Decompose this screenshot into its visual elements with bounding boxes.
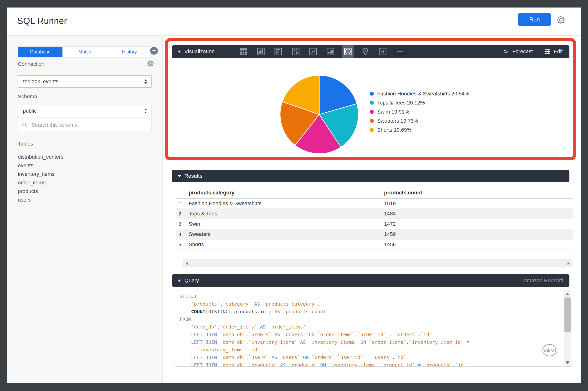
edit-label: Edit	[554, 48, 563, 55]
visualization-collapse[interactable]: Visualization	[172, 48, 215, 55]
scrollbar-thumb[interactable]	[564, 297, 571, 332]
sql-line-1: SELECT	[180, 293, 469, 300]
search-input[interactable]	[31, 122, 137, 128]
legend-label: Swim 19.91%	[377, 108, 409, 115]
dialect-label: Amazon Redshift	[523, 278, 563, 284]
table-item-inventory_items[interactable]: inventory_items	[18, 170, 151, 179]
table-item-users[interactable]: users	[18, 196, 151, 204]
line-chart-icon[interactable]	[307, 45, 319, 58]
visualization-panel: Visualization 6 Forecast	[172, 45, 569, 155]
bar-chart-icon[interactable]	[272, 45, 284, 58]
legend-label: Fashion Hoodies & Sweatshirts 20.54%	[377, 90, 469, 97]
select-updown-icon	[143, 108, 148, 114]
legend-dot-icon	[370, 101, 374, 105]
connection-select-value: thelook_events	[23, 79, 58, 85]
run-button[interactable]: Run	[518, 13, 551, 26]
sql-line-4: FROM	[180, 315, 469, 323]
single-value-icon[interactable]: 6	[377, 45, 388, 58]
more-icon[interactable]	[394, 46, 406, 57]
legend-item-5[interactable]: Shorts 19.69%	[370, 126, 470, 133]
sql-line-10: LEFT JOIN `demo_db`.`products` AS `produ…	[180, 361, 469, 367]
legend-label: Shorts 19.69%	[377, 126, 411, 133]
cell-category: Tops & Tees	[184, 209, 380, 219]
table-row-4[interactable]: 4Sweaters1459	[176, 229, 573, 240]
schema-search	[18, 119, 152, 131]
scatter-chart-icon[interactable]	[290, 45, 301, 58]
map-icon[interactable]	[360, 45, 371, 58]
sql-line-9: LEFT JOIN `demo_db`.`users` AS `users` O…	[180, 354, 469, 361]
cell-category: Shorts	[184, 240, 380, 250]
table-row-5[interactable]: 5Shorts1456	[176, 240, 573, 250]
svg-text:6: 6	[381, 49, 384, 55]
row-number: 3	[176, 219, 184, 229]
sql-code-panel[interactable]: SELECT `products`.`category` AS `product…	[175, 290, 572, 367]
table-item-distribution_centers[interactable]: distribution_centers	[18, 153, 151, 161]
column-header-count[interactable]: products.count	[380, 187, 573, 198]
connection-gear-icon[interactable]	[147, 60, 155, 68]
tab-model[interactable]: Model	[63, 47, 107, 57]
legend-dot-icon	[370, 119, 374, 123]
scroll-right-icon[interactable]	[568, 262, 570, 265]
vertical-scrollbar[interactable]	[564, 291, 571, 366]
cell-category: Fashion Hoodies & Sweatshirts	[184, 198, 380, 208]
sql-line-2: `products`.`category` AS `products.categ…	[180, 300, 469, 308]
visualization-header: Visualization 6 Forecast	[172, 45, 569, 58]
tables-label: Tables	[18, 141, 33, 147]
legend-dot-icon	[370, 128, 374, 132]
sql-line-6: LEFT JOIN `demo_db`.`orders` AS `orders`…	[180, 331, 469, 338]
query-header[interactable]: Query Amazon Redshift	[172, 274, 569, 287]
column-chart-icon[interactable]	[255, 45, 266, 58]
table-row-3[interactable]: 3Swim1472	[176, 219, 573, 229]
legend-item-1[interactable]: Fashion Hoodies & Sweatshirts 20.54%	[370, 90, 470, 97]
sidebar-tabs: DatabaseModelHistory	[18, 47, 152, 57]
cell-count: 1456	[380, 240, 573, 250]
table-icon[interactable]	[238, 45, 249, 58]
cell-count: 1472	[380, 219, 573, 229]
pie-chart-area: Fashion Hoodies & Sweatshirts 20.54%Tops…	[172, 58, 569, 155]
cell-count: 1459	[380, 229, 573, 239]
horizontal-scrollbar[interactable]	[183, 259, 572, 267]
tab-history[interactable]: History	[107, 47, 151, 57]
area-chart-icon[interactable]	[325, 45, 336, 58]
schema-label: Schema	[18, 94, 37, 100]
settings-gear-icon[interactable]	[556, 14, 566, 25]
legend-item-2[interactable]: Tops & Tees 20.12%	[370, 99, 470, 106]
row-number: 1	[176, 198, 184, 208]
table-row-2[interactable]: 2Tops & Tees1488	[176, 209, 573, 219]
scroll-down-icon[interactable]	[566, 361, 569, 364]
pie-chart-icon[interactable]	[342, 45, 354, 58]
row-number: 2	[176, 209, 184, 219]
lookml-logo: lookML	[539, 340, 560, 361]
table-item-order_items[interactable]: order_items	[18, 179, 151, 187]
sql-line-3: COUNT(DISTINCT products.id ) AS `product…	[180, 308, 469, 315]
scroll-up-icon[interactable]	[566, 293, 569, 295]
forecast-button[interactable]: Forecast	[502, 48, 533, 55]
caret-down-icon	[178, 51, 181, 53]
search-icon	[21, 122, 28, 128]
legend-item-3[interactable]: Swim 19.91%	[370, 108, 470, 115]
connection-select[interactable]: thelook_events	[18, 75, 152, 88]
results-table: products.categoryproducts.count1Fashion …	[176, 187, 573, 250]
schema-select[interactable]: public	[18, 105, 152, 117]
table-item-products[interactable]: products	[18, 187, 151, 196]
sql-line-8: `inventory_items`.`id`	[180, 346, 469, 354]
edit-button[interactable]: Edit	[544, 48, 563, 55]
select-updown-icon	[143, 79, 148, 85]
page-title: SQL Runner	[17, 16, 67, 26]
app-header: SQL Runner Run	[7, 8, 581, 36]
sidebar: DatabaseModelHistory Connection thelook_…	[7, 36, 163, 383]
visualization-title: Visualization	[184, 48, 215, 55]
scroll-left-icon[interactable]	[186, 262, 188, 265]
collapse-sidebar-button[interactable]	[150, 47, 158, 55]
cell-count: 1519	[380, 198, 573, 208]
legend-label: Tops & Tees 20.12%	[377, 99, 425, 106]
results-title: Results	[184, 173, 202, 179]
column-header-category[interactable]: products.category	[184, 187, 380, 198]
chart-legend: Fashion Hoodies & Sweatshirts 20.54%Tops…	[370, 90, 470, 133]
cell-count: 1488	[380, 209, 573, 219]
table-item-events[interactable]: events	[18, 161, 151, 170]
results-header[interactable]: Results	[172, 170, 569, 182]
legend-item-4[interactable]: Sweaters 19.73%	[370, 117, 470, 124]
tab-database[interactable]: Database	[18, 47, 63, 57]
table-row-1[interactable]: 1Fashion Hoodies & Sweatshirts1519	[176, 198, 573, 209]
